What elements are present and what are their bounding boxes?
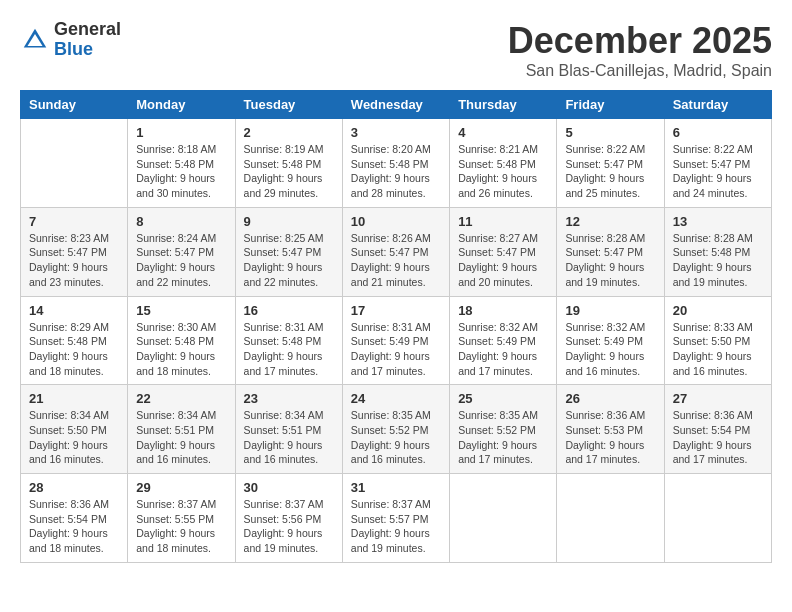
table-row: 2Sunrise: 8:19 AM Sunset: 5:48 PM Daylig… bbox=[235, 119, 342, 208]
table-row: 20Sunrise: 8:33 AM Sunset: 5:50 PM Dayli… bbox=[664, 296, 771, 385]
day-info: Sunrise: 8:37 AM Sunset: 5:57 PM Dayligh… bbox=[351, 497, 441, 556]
col-monday: Monday bbox=[128, 91, 235, 119]
col-friday: Friday bbox=[557, 91, 664, 119]
day-info: Sunrise: 8:26 AM Sunset: 5:47 PM Dayligh… bbox=[351, 231, 441, 290]
logo-line1: General bbox=[54, 20, 121, 40]
day-number: 17 bbox=[351, 303, 441, 318]
table-row bbox=[21, 119, 128, 208]
day-number: 9 bbox=[244, 214, 334, 229]
day-number: 5 bbox=[565, 125, 655, 140]
table-row: 9Sunrise: 8:25 AM Sunset: 5:47 PM Daylig… bbox=[235, 207, 342, 296]
day-number: 18 bbox=[458, 303, 548, 318]
logo: General Blue bbox=[20, 20, 121, 60]
table-row: 19Sunrise: 8:32 AM Sunset: 5:49 PM Dayli… bbox=[557, 296, 664, 385]
table-row: 3Sunrise: 8:20 AM Sunset: 5:48 PM Daylig… bbox=[342, 119, 449, 208]
day-number: 24 bbox=[351, 391, 441, 406]
calendar-week-row: 1Sunrise: 8:18 AM Sunset: 5:48 PM Daylig… bbox=[21, 119, 772, 208]
day-number: 20 bbox=[673, 303, 763, 318]
table-row: 29Sunrise: 8:37 AM Sunset: 5:55 PM Dayli… bbox=[128, 474, 235, 563]
day-number: 6 bbox=[673, 125, 763, 140]
table-row: 17Sunrise: 8:31 AM Sunset: 5:49 PM Dayli… bbox=[342, 296, 449, 385]
day-number: 16 bbox=[244, 303, 334, 318]
day-number: 12 bbox=[565, 214, 655, 229]
table-row: 25Sunrise: 8:35 AM Sunset: 5:52 PM Dayli… bbox=[450, 385, 557, 474]
day-info: Sunrise: 8:36 AM Sunset: 5:53 PM Dayligh… bbox=[565, 408, 655, 467]
day-number: 19 bbox=[565, 303, 655, 318]
day-info: Sunrise: 8:32 AM Sunset: 5:49 PM Dayligh… bbox=[458, 320, 548, 379]
calendar-table: Sunday Monday Tuesday Wednesday Thursday… bbox=[20, 90, 772, 563]
month-title: December 2025 bbox=[508, 20, 772, 62]
table-row: 22Sunrise: 8:34 AM Sunset: 5:51 PM Dayli… bbox=[128, 385, 235, 474]
day-info: Sunrise: 8:29 AM Sunset: 5:48 PM Dayligh… bbox=[29, 320, 119, 379]
day-number: 25 bbox=[458, 391, 548, 406]
day-number: 29 bbox=[136, 480, 226, 495]
table-row: 1Sunrise: 8:18 AM Sunset: 5:48 PM Daylig… bbox=[128, 119, 235, 208]
col-saturday: Saturday bbox=[664, 91, 771, 119]
day-info: Sunrise: 8:31 AM Sunset: 5:48 PM Dayligh… bbox=[244, 320, 334, 379]
table-row: 30Sunrise: 8:37 AM Sunset: 5:56 PM Dayli… bbox=[235, 474, 342, 563]
day-number: 4 bbox=[458, 125, 548, 140]
table-row: 4Sunrise: 8:21 AM Sunset: 5:48 PM Daylig… bbox=[450, 119, 557, 208]
table-row: 12Sunrise: 8:28 AM Sunset: 5:47 PM Dayli… bbox=[557, 207, 664, 296]
day-number: 23 bbox=[244, 391, 334, 406]
day-info: Sunrise: 8:35 AM Sunset: 5:52 PM Dayligh… bbox=[458, 408, 548, 467]
day-number: 8 bbox=[136, 214, 226, 229]
col-tuesday: Tuesday bbox=[235, 91, 342, 119]
day-info: Sunrise: 8:37 AM Sunset: 5:55 PM Dayligh… bbox=[136, 497, 226, 556]
day-number: 1 bbox=[136, 125, 226, 140]
day-number: 27 bbox=[673, 391, 763, 406]
table-row: 10Sunrise: 8:26 AM Sunset: 5:47 PM Dayli… bbox=[342, 207, 449, 296]
day-info: Sunrise: 8:28 AM Sunset: 5:48 PM Dayligh… bbox=[673, 231, 763, 290]
col-wednesday: Wednesday bbox=[342, 91, 449, 119]
day-number: 13 bbox=[673, 214, 763, 229]
table-row: 27Sunrise: 8:36 AM Sunset: 5:54 PM Dayli… bbox=[664, 385, 771, 474]
table-row: 13Sunrise: 8:28 AM Sunset: 5:48 PM Dayli… bbox=[664, 207, 771, 296]
table-row: 31Sunrise: 8:37 AM Sunset: 5:57 PM Dayli… bbox=[342, 474, 449, 563]
day-info: Sunrise: 8:33 AM Sunset: 5:50 PM Dayligh… bbox=[673, 320, 763, 379]
day-info: Sunrise: 8:21 AM Sunset: 5:48 PM Dayligh… bbox=[458, 142, 548, 201]
table-row: 11Sunrise: 8:27 AM Sunset: 5:47 PM Dayli… bbox=[450, 207, 557, 296]
day-info: Sunrise: 8:31 AM Sunset: 5:49 PM Dayligh… bbox=[351, 320, 441, 379]
day-info: Sunrise: 8:36 AM Sunset: 5:54 PM Dayligh… bbox=[673, 408, 763, 467]
day-number: 26 bbox=[565, 391, 655, 406]
day-number: 3 bbox=[351, 125, 441, 140]
day-number: 28 bbox=[29, 480, 119, 495]
location-subtitle: San Blas-Canillejas, Madrid, Spain bbox=[508, 62, 772, 80]
logo-text: General Blue bbox=[54, 20, 121, 60]
col-sunday: Sunday bbox=[21, 91, 128, 119]
day-info: Sunrise: 8:32 AM Sunset: 5:49 PM Dayligh… bbox=[565, 320, 655, 379]
title-block: December 2025 San Blas-Canillejas, Madri… bbox=[508, 20, 772, 80]
table-row: 5Sunrise: 8:22 AM Sunset: 5:47 PM Daylig… bbox=[557, 119, 664, 208]
day-number: 31 bbox=[351, 480, 441, 495]
header: General Blue December 2025 San Blas-Cani… bbox=[20, 20, 772, 80]
day-number: 14 bbox=[29, 303, 119, 318]
day-number: 11 bbox=[458, 214, 548, 229]
day-info: Sunrise: 8:22 AM Sunset: 5:47 PM Dayligh… bbox=[565, 142, 655, 201]
day-info: Sunrise: 8:27 AM Sunset: 5:47 PM Dayligh… bbox=[458, 231, 548, 290]
day-info: Sunrise: 8:23 AM Sunset: 5:47 PM Dayligh… bbox=[29, 231, 119, 290]
table-row bbox=[664, 474, 771, 563]
day-info: Sunrise: 8:18 AM Sunset: 5:48 PM Dayligh… bbox=[136, 142, 226, 201]
table-row: 8Sunrise: 8:24 AM Sunset: 5:47 PM Daylig… bbox=[128, 207, 235, 296]
page-container: General Blue December 2025 San Blas-Cani… bbox=[20, 20, 772, 563]
day-info: Sunrise: 8:34 AM Sunset: 5:50 PM Dayligh… bbox=[29, 408, 119, 467]
table-row bbox=[450, 474, 557, 563]
calendar-week-row: 7Sunrise: 8:23 AM Sunset: 5:47 PM Daylig… bbox=[21, 207, 772, 296]
day-info: Sunrise: 8:22 AM Sunset: 5:47 PM Dayligh… bbox=[673, 142, 763, 201]
table-row: 18Sunrise: 8:32 AM Sunset: 5:49 PM Dayli… bbox=[450, 296, 557, 385]
day-info: Sunrise: 8:19 AM Sunset: 5:48 PM Dayligh… bbox=[244, 142, 334, 201]
table-row: 16Sunrise: 8:31 AM Sunset: 5:48 PM Dayli… bbox=[235, 296, 342, 385]
day-number: 30 bbox=[244, 480, 334, 495]
day-number: 10 bbox=[351, 214, 441, 229]
table-row bbox=[557, 474, 664, 563]
day-number: 22 bbox=[136, 391, 226, 406]
table-row: 14Sunrise: 8:29 AM Sunset: 5:48 PM Dayli… bbox=[21, 296, 128, 385]
day-number: 15 bbox=[136, 303, 226, 318]
calendar-week-row: 14Sunrise: 8:29 AM Sunset: 5:48 PM Dayli… bbox=[21, 296, 772, 385]
day-number: 2 bbox=[244, 125, 334, 140]
day-info: Sunrise: 8:24 AM Sunset: 5:47 PM Dayligh… bbox=[136, 231, 226, 290]
day-info: Sunrise: 8:34 AM Sunset: 5:51 PM Dayligh… bbox=[244, 408, 334, 467]
day-info: Sunrise: 8:28 AM Sunset: 5:47 PM Dayligh… bbox=[565, 231, 655, 290]
table-row: 28Sunrise: 8:36 AM Sunset: 5:54 PM Dayli… bbox=[21, 474, 128, 563]
table-row: 23Sunrise: 8:34 AM Sunset: 5:51 PM Dayli… bbox=[235, 385, 342, 474]
